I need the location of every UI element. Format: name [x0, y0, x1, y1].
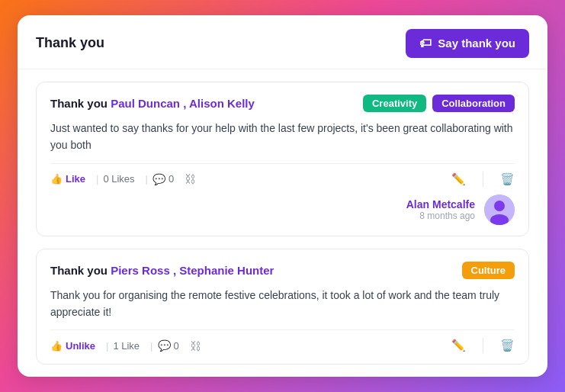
post-right-actions-2: ✏️ 🗑️ — [451, 338, 515, 353]
post-bottom-1: 👍 Like | 0 Likes | 💬 0 ⛓ ✏️ 🗑️ — [50, 163, 515, 187]
edit-icon-1[interactable]: ✏️ — [451, 172, 466, 186]
post-title-names-1: Paul Duncan , Alison Kelly — [111, 97, 255, 110]
post-left-actions-2: 👍 Unlike | 1 Like | 💬 0 ⛓ — [50, 339, 207, 352]
svg-point-1 — [494, 201, 505, 211]
post-left-actions-1: 👍 Like | 0 Likes | 💬 0 ⛓ — [50, 172, 202, 185]
post-right-actions-1: ✏️ 🗑️ — [451, 172, 515, 187]
comments-count-1: 0 — [169, 173, 174, 185]
like-button-1[interactable]: 👍 Like — [50, 173, 91, 185]
comment-icon-1: 💬 — [152, 173, 165, 185]
post-header-1: Thank you Paul Duncan , Alison Kelly Cre… — [50, 95, 515, 112]
thumbs-up-icon-2: 👍 — [50, 340, 63, 352]
link-button-1[interactable]: ⛓ — [185, 172, 202, 185]
post-header-2: Thank you Piers Ross , Stephanie Hunter … — [50, 262, 515, 279]
thumbs-up-icon: 👍 — [50, 173, 63, 185]
author-time-1: 8 months ago — [406, 210, 475, 221]
tag-collaboration: Collaboration — [432, 95, 515, 112]
tag-creativity: Creativity — [363, 95, 426, 112]
main-card: Thank you 🏷 Say thank you Thank you Paul… — [18, 15, 547, 378]
unlike-label-2: Unlike — [66, 340, 95, 352]
post-body-1: Just wanted to say thanks for your help … — [50, 120, 515, 154]
comment-button-1[interactable]: 💬 0 — [152, 173, 180, 185]
posts-container: Thank you Paul Duncan , Alison Kelly Cre… — [18, 69, 547, 378]
post-meta-1: Alan Metcalfe 8 months ago — [50, 194, 515, 225]
comment-icon-2: 💬 — [158, 339, 171, 352]
likes-count-1: 0 Likes — [103, 173, 134, 185]
post-tags-2: Culture — [462, 262, 515, 279]
tag-icon: 🏷 — [419, 37, 432, 50]
post-card-1: Thank you Paul Duncan , Alison Kelly Cre… — [36, 82, 529, 236]
post-tags-1: Creativity Collaboration — [363, 95, 515, 112]
link-button-2[interactable]: ⛓ — [190, 339, 207, 352]
post-title-2: Thank you Piers Ross , Stephanie Hunter — [50, 264, 274, 277]
edit-icon-2[interactable]: ✏️ — [451, 339, 466, 352]
post-title-1: Thank you Paul Duncan , Alison Kelly — [50, 97, 255, 110]
likes-count-2: 1 Like — [113, 340, 140, 352]
post-bottom-2: 👍 Unlike | 1 Like | 💬 0 ⛓ ✏️ 🗑️ — [50, 329, 515, 353]
like-label-1: Like — [66, 173, 85, 185]
post-body-2: Thank you for organising the remote fest… — [50, 287, 515, 321]
avatar-1 — [484, 194, 515, 225]
author-name-1: Alan Metcalfe — [406, 198, 475, 210]
delete-icon-1[interactable]: 🗑️ — [500, 172, 515, 186]
card-header: Thank you 🏷 Say thank you — [18, 15, 547, 69]
post-title-names-2: Piers Ross , Stephanie Hunter — [111, 264, 274, 277]
say-thank-you-label: Say thank you — [438, 37, 515, 50]
post-author-1: Alan Metcalfe 8 months ago — [406, 198, 475, 221]
comment-button-2[interactable]: 💬 0 — [158, 339, 185, 352]
unlike-button-2[interactable]: 👍 Unlike — [50, 340, 101, 352]
say-thank-you-button[interactable]: 🏷 Say thank you — [406, 29, 529, 58]
comments-count-2: 0 — [174, 340, 179, 352]
post-card-2: Thank you Piers Ross , Stephanie Hunter … — [36, 249, 529, 365]
page-title: Thank you — [36, 35, 104, 51]
delete-icon-2[interactable]: 🗑️ — [500, 339, 515, 352]
tag-culture: Culture — [462, 262, 515, 279]
